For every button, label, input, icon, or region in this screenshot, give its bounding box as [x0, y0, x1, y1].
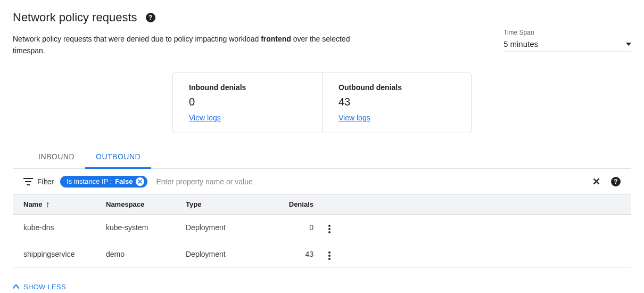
filter-bar: Filter Is instance IP : False ✕ ✕ ? — [13, 169, 631, 195]
outbound-denials-value: 43 — [338, 96, 455, 108]
filter-chip-value: False — [115, 177, 133, 185]
timespan-label: Time Span — [503, 29, 631, 36]
cell-type: Deployment — [186, 223, 276, 232]
page-title: Network policy requests — [13, 11, 137, 25]
table-row: shippingservice demo Deployment 43 — [13, 241, 631, 268]
timespan-select[interactable]: 5 minutes — [503, 37, 631, 52]
row-actions-icon[interactable] — [324, 249, 335, 262]
description-prefix: Network policy requests that were denied… — [13, 35, 261, 43]
denials-table: Name ↑ Namespace Type Denials kube-dns k… — [13, 195, 631, 268]
chip-close-icon[interactable]: ✕ — [136, 177, 144, 186]
filter-icon — [23, 177, 33, 186]
header-namespace[interactable]: Namespace — [106, 200, 186, 208]
chevron-up-icon — [13, 284, 19, 289]
description-workload: frontend — [261, 35, 291, 43]
outbound-denials-card: Outbound denials 43 View logs — [322, 72, 471, 133]
show-less-button[interactable]: Show less — [13, 283, 66, 291]
svg-rect-1 — [25, 181, 31, 182]
filter-label: Filter — [23, 177, 54, 186]
sort-ascending-icon: ↑ — [45, 200, 49, 209]
outbound-view-logs-link[interactable]: View logs — [338, 113, 370, 122]
help-icon[interactable]: ? — [146, 13, 155, 22]
tabs: Inbound Outbound — [13, 146, 631, 169]
cell-namespace: demo — [106, 250, 186, 258]
tab-inbound[interactable]: Inbound — [28, 146, 85, 169]
row-actions-icon[interactable] — [324, 223, 335, 235]
cell-denials: 43 — [276, 250, 313, 258]
cell-name: shippingservice — [23, 250, 106, 258]
table-header: Name ↑ Namespace Type Denials — [13, 195, 631, 215]
cell-denials: 0 — [276, 223, 313, 232]
table-row: kube-dns kube-system Deployment 0 — [13, 215, 631, 241]
clear-filter-icon[interactable]: ✕ — [588, 176, 605, 188]
header-denials[interactable]: Denials — [276, 200, 313, 208]
filter-chip-key: Is instance IP : — [67, 177, 112, 185]
header-name-text: Name — [23, 200, 42, 208]
header-type[interactable]: Type — [186, 200, 276, 208]
inbound-denials-value: 0 — [189, 96, 306, 108]
show-less-label: Show less — [23, 283, 66, 291]
timespan-value: 5 minutes — [503, 39, 538, 48]
chevron-down-icon — [626, 43, 631, 46]
cell-name: kube-dns — [23, 223, 106, 232]
inbound-denials-label: Inbound denials — [189, 83, 306, 92]
filter-chip[interactable]: Is instance IP : False ✕ — [60, 176, 147, 188]
svg-rect-0 — [23, 178, 33, 179]
inbound-view-logs-link[interactable]: View logs — [189, 113, 221, 122]
filter-input[interactable] — [154, 174, 582, 189]
cell-namespace: kube-system — [106, 223, 186, 232]
filter-text: Filter — [37, 177, 54, 186]
outbound-denials-label: Outbound denials — [338, 83, 455, 92]
inbound-denials-card: Inbound denials 0 View logs — [173, 72, 322, 133]
cell-type: Deployment — [186, 250, 276, 258]
header-name[interactable]: Name ↑ — [23, 200, 106, 209]
denial-cards: Inbound denials 0 View logs Outbound den… — [172, 72, 472, 133]
page-description: Network policy requests that were denied… — [13, 33, 353, 57]
svg-rect-2 — [27, 184, 30, 185]
tab-outbound[interactable]: Outbound — [85, 146, 151, 169]
filter-help-icon[interactable]: ? — [611, 177, 621, 186]
